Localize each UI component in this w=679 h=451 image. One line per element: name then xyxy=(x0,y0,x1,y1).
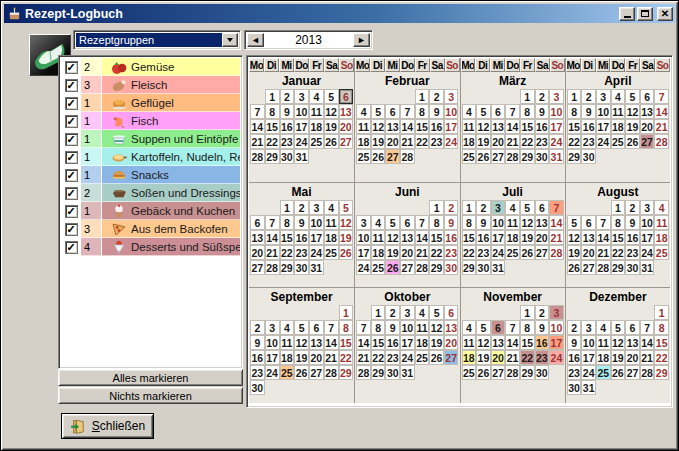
day-cell[interactable]: 6 xyxy=(491,104,506,119)
day-cell[interactable]: 2 xyxy=(535,305,550,320)
day-cell[interactable]: 14 xyxy=(596,230,611,245)
day-cell[interactable]: 23 xyxy=(535,350,550,365)
day-cell[interactable]: 13 xyxy=(385,119,400,134)
day-cell[interactable]: 11 xyxy=(505,215,520,230)
day-cell[interactable]: 2 xyxy=(581,89,596,104)
day-cell[interactable]: 1 xyxy=(371,305,386,320)
day-cell[interactable]: 15 xyxy=(462,230,477,245)
day-cell[interactable]: 22 xyxy=(280,245,295,260)
day-cell[interactable]: 8 xyxy=(611,215,626,230)
day-cell[interactable]: 27 xyxy=(400,260,415,275)
day-cell[interactable]: 15 xyxy=(371,335,386,350)
day-cell[interactable]: 23 xyxy=(535,134,550,149)
day-cell[interactable]: 18 xyxy=(356,134,371,149)
day-cell[interactable]: 6 xyxy=(339,89,354,104)
day-cell[interactable]: 21 xyxy=(324,350,339,365)
day-cell[interactable]: 8 xyxy=(520,320,535,335)
day-cell[interactable]: 2 xyxy=(625,200,640,215)
day-cell[interactable]: 7 xyxy=(505,320,520,335)
day-cell[interactable]: 28 xyxy=(505,149,520,164)
day-cell[interactable]: 12 xyxy=(385,230,400,245)
day-cell[interactable]: 17 xyxy=(549,119,564,134)
day-cell[interactable]: 15 xyxy=(520,119,535,134)
day-cell[interactable]: 28 xyxy=(549,245,564,260)
day-cell[interactable]: 15 xyxy=(611,230,626,245)
day-cell[interactable]: 27 xyxy=(491,149,506,164)
day-cell[interactable]: 9 xyxy=(280,104,295,119)
day-cell[interactable]: 10 xyxy=(640,215,655,230)
day-cell[interactable]: 26 xyxy=(429,350,444,365)
day-cell[interactable]: 4 xyxy=(611,89,626,104)
day-cell[interactable]: 19 xyxy=(385,245,400,260)
day-cell[interactable]: 18 xyxy=(415,335,430,350)
recipe-group-row[interactable]: ✓2Soßen und Dressings xyxy=(61,184,240,202)
day-cell[interactable]: 1 xyxy=(611,200,626,215)
recipe-group-row[interactable]: ✓1Snacks xyxy=(61,166,240,184)
day-cell[interactable]: 21 xyxy=(356,350,371,365)
day-cell[interactable]: 21 xyxy=(400,134,415,149)
day-cell[interactable]: 4 xyxy=(371,215,386,230)
day-cell[interactable]: 17 xyxy=(265,350,280,365)
group-label-cell[interactable]: Gebäck und Kuchen xyxy=(102,202,240,220)
day-cell[interactable]: 21 xyxy=(250,134,265,149)
day-cell[interactable]: 28 xyxy=(505,365,520,380)
day-cell[interactable]: 8 xyxy=(520,104,535,119)
day-cell[interactable]: 28 xyxy=(356,365,371,380)
day-cell[interactable]: 3 xyxy=(549,305,564,320)
group-label-cell[interactable]: Aus dem Backofen xyxy=(102,220,240,238)
day-cell[interactable]: 31 xyxy=(400,365,415,380)
group-checkbox[interactable]: ✓ xyxy=(65,115,78,128)
group-checkbox[interactable]: ✓ xyxy=(65,151,78,164)
day-cell[interactable]: 31 xyxy=(491,260,506,275)
day-cell[interactable]: 18 xyxy=(462,350,477,365)
day-cell[interactable]: 29 xyxy=(339,365,354,380)
day-cell[interactable]: 28 xyxy=(654,134,669,149)
day-cell[interactable]: 16 xyxy=(535,119,550,134)
day-cell[interactable]: 16 xyxy=(625,230,640,245)
day-cell[interactable]: 7 xyxy=(596,215,611,230)
day-cell[interactable]: 12 xyxy=(324,104,339,119)
day-cell[interactable]: 26 xyxy=(611,365,626,380)
recipe-group-row[interactable]: ✓1Suppen und Eintöpfe xyxy=(61,130,240,148)
day-cell[interactable]: 19 xyxy=(476,134,491,149)
day-cell[interactable]: 7 xyxy=(505,104,520,119)
day-cell[interactable]: 7 xyxy=(265,215,280,230)
day-cell[interactable]: 9 xyxy=(476,215,491,230)
day-cell[interactable]: 5 xyxy=(611,320,626,335)
group-label-cell[interactable]: Fisch xyxy=(102,112,240,130)
day-cell[interactable]: 24 xyxy=(309,245,324,260)
group-label-cell[interactable]: Kartoffeln, Nudeln, Reis xyxy=(102,148,240,166)
close-window-button[interactable]: ✕ xyxy=(657,7,673,21)
day-cell[interactable]: 12 xyxy=(294,335,309,350)
group-label-cell[interactable]: Geflügel xyxy=(102,94,240,112)
day-cell[interactable]: 4 xyxy=(654,200,669,215)
day-cell[interactable]: 21 xyxy=(549,230,564,245)
day-cell[interactable]: 3 xyxy=(400,305,415,320)
day-cell[interactable]: 25 xyxy=(611,134,626,149)
day-cell[interactable]: 3 xyxy=(491,200,506,215)
day-cell[interactable]: 30 xyxy=(567,380,582,395)
day-cell[interactable]: 29 xyxy=(567,149,582,164)
day-cell[interactable]: 6 xyxy=(400,215,415,230)
day-cell[interactable]: 4 xyxy=(356,104,371,119)
day-cell[interactable]: 8 xyxy=(371,320,386,335)
day-cell[interactable]: 23 xyxy=(250,365,265,380)
day-cell[interactable]: 24 xyxy=(581,365,596,380)
day-cell[interactable]: 26 xyxy=(371,149,386,164)
day-cell[interactable]: 8 xyxy=(415,104,430,119)
day-cell[interactable]: 6 xyxy=(640,89,655,104)
group-checkbox[interactable]: ✓ xyxy=(65,241,78,254)
day-cell[interactable]: 5 xyxy=(429,305,444,320)
day-cell[interactable]: 9 xyxy=(567,335,582,350)
day-cell[interactable]: 15 xyxy=(415,119,430,134)
day-cell[interactable]: 7 xyxy=(324,320,339,335)
day-cell[interactable]: 12 xyxy=(611,335,626,350)
day-cell[interactable]: 14 xyxy=(505,335,520,350)
day-cell[interactable]: 1 xyxy=(520,89,535,104)
day-cell[interactable]: 31 xyxy=(294,149,309,164)
day-cell[interactable]: 23 xyxy=(280,134,295,149)
day-cell[interactable]: 27 xyxy=(385,149,400,164)
day-cell[interactable]: 5 xyxy=(324,89,339,104)
day-cell[interactable]: 16 xyxy=(535,335,550,350)
day-cell[interactable]: 10 xyxy=(581,335,596,350)
